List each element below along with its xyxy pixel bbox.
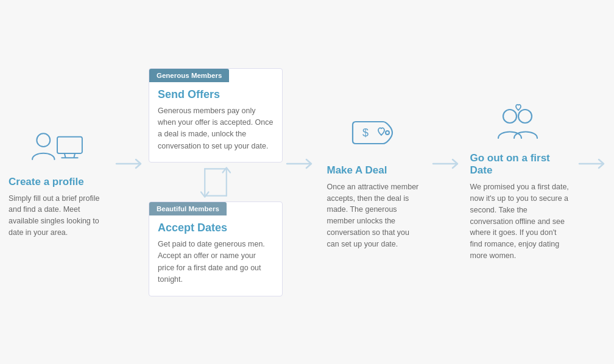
deal-title: Make A Deal: [327, 164, 422, 177]
svg-point-5: [518, 110, 532, 123]
flow-container: Create a profile Simply fill out a brief…: [0, 44, 614, 321]
step-deal: $ Make A Deal Once an attractive member …: [319, 114, 429, 250]
create-profile-icon: [27, 126, 88, 169]
arrow-4: [575, 156, 612, 171]
step-firstdate: Go out on a first Date We promised you a…: [465, 102, 575, 261]
svg-point-3: [386, 131, 389, 135]
beautiful-card-desc: Get paid to date generous men. Accept an…: [158, 239, 273, 286]
svg-point-4: [503, 110, 517, 123]
firstdate-icon: [490, 102, 551, 145]
create-desc: Simply fill out a brief profile and find…: [9, 193, 106, 239]
svg-rect-1: [57, 137, 82, 153]
arrow-2: [283, 156, 319, 171]
beautiful-card-title: Accept Dates: [158, 222, 273, 234]
step-create: Create a profile Simply fill out a brief…: [2, 126, 112, 239]
beautiful-card: Beautiful Members Accept Dates Get paid …: [149, 201, 283, 296]
generous-card-desc: Generous members pay only when your offe…: [158, 105, 273, 153]
arrow-1: [112, 156, 149, 171]
firstdate-desc: We promised you a first date, now it's u…: [470, 181, 571, 261]
create-title: Create a profile: [9, 176, 106, 188]
svg-point-0: [37, 133, 50, 147]
middle-column: Generous Members Send Offers Generous me…: [149, 68, 283, 296]
arrow-3: [429, 156, 465, 171]
svg-text:$: $: [362, 127, 369, 139]
generous-tab: Generous Members: [149, 69, 229, 82]
deal-desc: Once an attractive member accepts, then …: [327, 181, 422, 250]
generous-card: Generous Members Send Offers Generous me…: [149, 68, 283, 163]
cycle-arrows: [191, 164, 240, 200]
generous-card-title: Send Offers: [158, 88, 273, 101]
beautiful-tab: Beautiful Members: [149, 202, 227, 215]
deal-icon: $: [344, 114, 404, 157]
firstdate-title: Go out on a first Date: [470, 152, 571, 177]
